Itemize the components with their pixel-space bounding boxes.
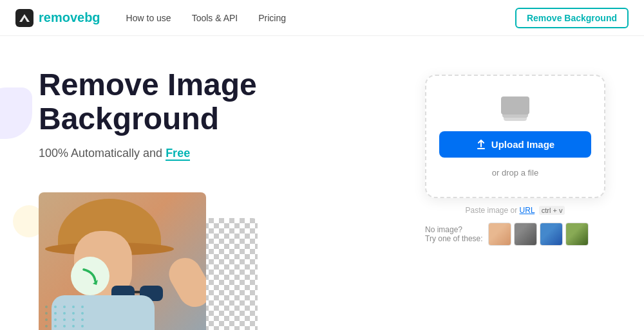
svg-rect-2 [477,148,485,149]
logo-icon [15,9,33,27]
drop-label: or drop a file [492,168,538,178]
hero-subtitle: 100% Automatically and Free [39,147,399,160]
hero-title: Remove Image Background [39,68,399,136]
person-arm [163,252,206,312]
logo-text: removebg [39,10,100,25]
try-thumb-3[interactable] [540,223,563,246]
try-section: No image? Try one of these: [425,223,605,246]
hero-left: Remove Image Background 100% Automatical… [39,62,399,330]
dots-decoration [45,306,86,327]
try-label: No image? Try one of these: [425,225,483,243]
stack-layer-1 [501,96,529,115]
try-thumb-4[interactable] [565,223,589,246]
upload-button[interactable]: Upload Image [439,131,591,158]
nav-links: How to use Tools & API Pricing [126,13,515,23]
upload-card: Upload Image or drop a file [425,75,605,198]
demo-container [39,179,258,330]
try-thumb-1[interactable] [488,223,511,246]
paste-hint: Paste image or URL ctrl + v [425,206,605,215]
hero-section: Remove Image Background 100% Automatical… [0,36,644,330]
try-thumbs [488,223,589,246]
upload-arrow-icon [476,140,486,150]
arrow-icon [76,262,104,290]
arrow-decoration [71,257,122,308]
blob-left-decoration [0,87,32,139]
hero-right: Upload Image or drop a file Paste image … [425,75,605,246]
navbar: removebg How to use Tools & API Pricing … [0,0,644,36]
nav-link-tools-api[interactable]: Tools & API [192,13,238,23]
keyboard-shortcut: ctrl + v [539,206,565,215]
upload-stack-icon [499,95,531,121]
try-thumb-2[interactable] [514,223,537,246]
url-link[interactable]: URL [520,206,535,215]
nav-link-how-to-use[interactable]: How to use [126,13,171,23]
logo[interactable]: removebg [15,9,100,27]
nav-link-pricing[interactable]: Pricing [258,13,286,23]
nav-cta-button[interactable]: Remove Background [515,8,629,28]
sg-bridge [135,291,140,293]
